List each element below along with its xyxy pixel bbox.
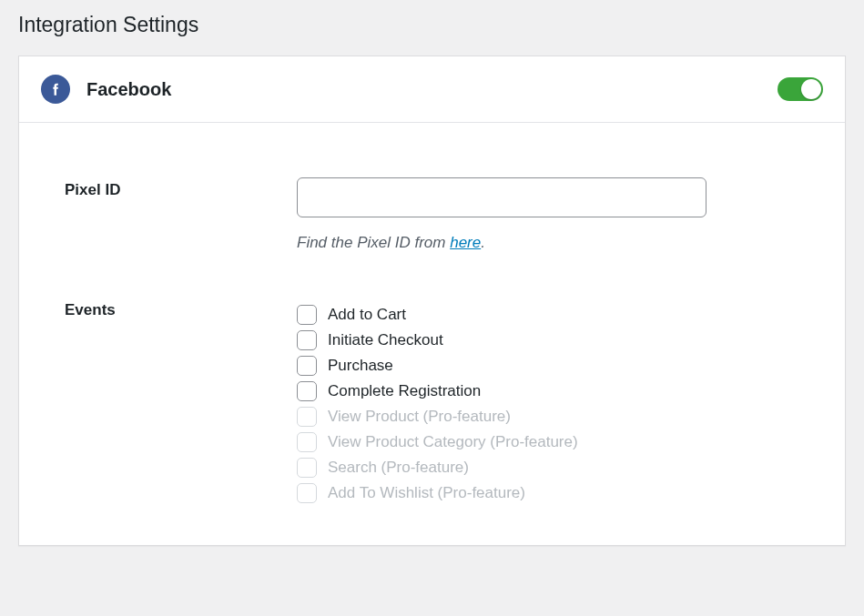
toggle-knob — [801, 79, 821, 99]
event-label: Add to Cart — [328, 306, 406, 324]
event-label: Complete Registration — [328, 382, 481, 400]
helper-prefix: Find the Pixel ID from — [297, 234, 450, 251]
event-checkbox — [297, 407, 317, 427]
helper-suffix: . — [481, 234, 485, 251]
panel-header: Facebook — [19, 56, 845, 123]
event-item: Search (Pro-feature) — [297, 458, 799, 478]
facebook-icon — [41, 75, 70, 104]
event-item: Add to Cart — [297, 305, 799, 325]
pixel-id-input[interactable] — [297, 177, 706, 217]
event-label: Search (Pro-feature) — [328, 459, 469, 477]
pixel-id-help-link[interactable]: here — [450, 234, 481, 251]
pixel-id-row: Pixel ID Find the Pixel ID from here. — [65, 177, 799, 252]
integration-name: Facebook — [86, 79, 778, 100]
event-label: View Product (Pro-feature) — [328, 408, 511, 426]
event-label: Add To Wishlist (Pro-feature) — [328, 484, 525, 502]
integration-panel: Facebook Pixel ID Find the Pixel ID from… — [18, 56, 846, 546]
events-list: Add to CartInitiate CheckoutPurchaseComp… — [297, 305, 799, 503]
event-checkbox[interactable] — [297, 330, 317, 350]
pixel-id-label: Pixel ID — [65, 177, 297, 199]
event-item: Initiate Checkout — [297, 330, 799, 350]
event-label: Purchase — [328, 357, 393, 375]
integration-enable-toggle[interactable] — [778, 77, 823, 101]
event-checkbox — [297, 432, 317, 452]
event-item: Complete Registration — [297, 381, 799, 401]
event-label: View Product Category (Pro-feature) — [328, 433, 578, 451]
event-item: Purchase — [297, 356, 799, 376]
events-label: Events — [65, 298, 297, 319]
event-item: Add To Wishlist (Pro-feature) — [297, 483, 799, 503]
events-row: Events Add to CartInitiate CheckoutPurch… — [65, 298, 799, 509]
event-label: Initiate Checkout — [328, 331, 443, 349]
pixel-id-helper: Find the Pixel ID from here. — [297, 234, 799, 252]
event-checkbox — [297, 458, 317, 478]
event-item: View Product Category (Pro-feature) — [297, 432, 799, 452]
event-checkbox — [297, 483, 317, 503]
page-title: Integration Settings — [18, 0, 846, 56]
panel-body: Pixel ID Find the Pixel ID from here. Ev… — [19, 123, 845, 545]
event-item: View Product (Pro-feature) — [297, 407, 799, 427]
event-checkbox[interactable] — [297, 305, 317, 325]
event-checkbox[interactable] — [297, 381, 317, 401]
event-checkbox[interactable] — [297, 356, 317, 376]
